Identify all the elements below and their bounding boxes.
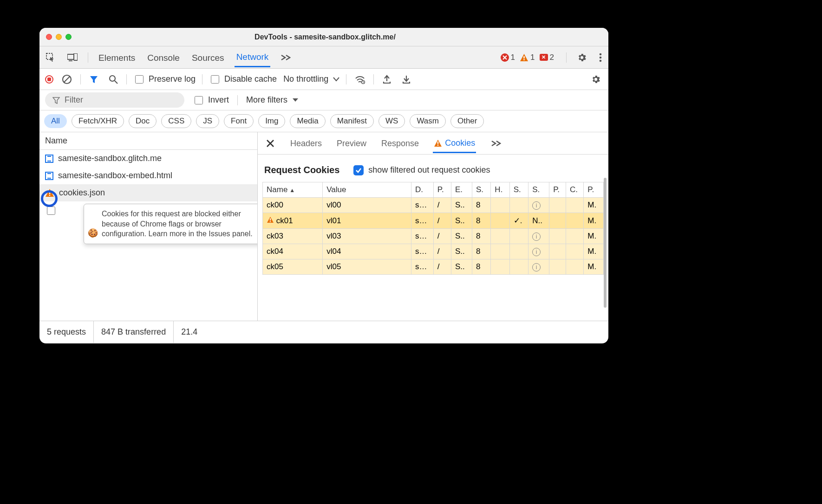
chip-ws[interactable]: WS xyxy=(378,114,405,128)
settings-icon[interactable] xyxy=(575,51,589,65)
export-har-icon[interactable] xyxy=(380,73,393,86)
invert-input[interactable] xyxy=(195,96,203,104)
svg-rect-5 xyxy=(523,56,524,58)
chip-other[interactable]: Other xyxy=(450,114,484,128)
inspect-element-icon[interactable] xyxy=(44,51,57,64)
table-row[interactable]: ck05vl05s…/S..8iM. xyxy=(263,259,604,275)
chip-img[interactable]: Img xyxy=(258,114,285,128)
preserve-log-checkbox[interactable]: Preserve log xyxy=(133,74,196,85)
cell-p3: M. xyxy=(584,198,604,213)
tab-console[interactable]: Console xyxy=(145,48,182,67)
more-tabs-icon[interactable] xyxy=(279,52,293,63)
request-list: samesite-sandbox.glitch.me samesite-sand… xyxy=(39,150,257,321)
issue-icon: ✕ xyxy=(540,54,548,61)
chip-fetch-xhr[interactable]: Fetch/XHR xyxy=(72,114,124,128)
svg-point-9 xyxy=(600,59,602,62)
clear-button[interactable] xyxy=(60,72,74,86)
chip-doc[interactable]: Doc xyxy=(129,114,157,128)
error-count[interactable]: 1 xyxy=(501,53,515,62)
svg-rect-6 xyxy=(523,59,524,60)
cell-s2: ✓. xyxy=(509,213,528,229)
minimize-window-button[interactable] xyxy=(56,34,62,40)
col-h[interactable]: H. xyxy=(491,182,509,198)
preserve-log-input[interactable] xyxy=(135,75,144,84)
record-button[interactable] xyxy=(45,75,53,84)
tab-cookies[interactable]: Cookies xyxy=(433,134,476,153)
network-settings-icon[interactable] xyxy=(589,72,603,86)
col-s2[interactable]: S. xyxy=(509,182,528,198)
close-detail-icon[interactable] xyxy=(264,137,276,149)
request-row[interactable]: samesite-sandbox.glitch.me xyxy=(39,150,257,167)
table-row[interactable]: ck03vl03s…/S..8iM. xyxy=(263,229,604,244)
tab-response[interactable]: Response xyxy=(380,134,420,152)
devtools-window: DevTools - samesite-sandbox.glitch.me/ E… xyxy=(39,28,608,343)
close-window-button[interactable] xyxy=(46,34,52,40)
import-har-icon[interactable] xyxy=(400,73,413,86)
col-s[interactable]: S. xyxy=(472,182,490,198)
issues-summary[interactable]: 1 1 ✕ 2 xyxy=(501,53,554,62)
chip-manifest[interactable]: Manifest xyxy=(330,114,374,128)
info-icon: i xyxy=(532,201,541,210)
window-title: DevTools - samesite-sandbox.glitch.me/ xyxy=(72,33,579,41)
chip-wasm[interactable]: Wasm xyxy=(410,114,446,128)
svg-point-7 xyxy=(600,53,602,55)
cell-p3: M. xyxy=(584,244,604,259)
separator xyxy=(88,52,88,63)
cell-s: 8 xyxy=(472,259,490,275)
separator xyxy=(566,52,567,63)
search-icon[interactable] xyxy=(107,73,120,86)
tab-network[interactable]: Network xyxy=(235,47,271,67)
tab-sources[interactable]: Sources xyxy=(190,48,226,67)
col-p2[interactable]: P. xyxy=(549,182,566,198)
request-checkbox[interactable] xyxy=(47,207,55,215)
tab-headers[interactable]: Headers xyxy=(289,134,323,152)
network-conditions-icon[interactable] xyxy=(353,73,367,86)
col-s3[interactable]: S. xyxy=(528,182,549,198)
request-row[interactable]: samesite-sandbox-embed.html xyxy=(39,167,257,184)
cell-c xyxy=(566,213,584,229)
col-e[interactable]: E. xyxy=(451,182,472,198)
col-d[interactable]: D. xyxy=(411,182,434,198)
cell-s2 xyxy=(509,229,528,244)
tab-preview[interactable]: Preview xyxy=(336,134,367,152)
tab-elements[interactable]: Elements xyxy=(97,48,137,67)
chevron-down-icon xyxy=(333,77,339,82)
throttling-dropdown[interactable]: No throttling xyxy=(283,74,339,84)
chip-css[interactable]: CSS xyxy=(161,114,191,128)
svg-rect-1 xyxy=(67,54,74,59)
col-p3[interactable]: P. xyxy=(584,182,604,198)
chip-js[interactable]: JS xyxy=(196,114,219,128)
col-p[interactable]: P. xyxy=(433,182,451,198)
device-toolbar-icon[interactable] xyxy=(65,52,79,64)
more-filters-dropdown[interactable]: More filters xyxy=(246,95,299,105)
column-header-name[interactable]: Name xyxy=(39,132,257,150)
more-detail-tabs-icon[interactable] xyxy=(489,138,503,149)
disable-cache-checkbox[interactable]: Disable cache xyxy=(209,74,277,85)
col-name[interactable]: Name▲ xyxy=(263,182,323,198)
request-row[interactable]: cookies.json xyxy=(39,184,257,201)
section-title: Request Cookies xyxy=(264,165,339,175)
scrollbar[interactable] xyxy=(604,178,607,308)
chip-all[interactable]: All xyxy=(44,114,67,128)
show-filtered-checkbox[interactable]: show filtered out request cookies xyxy=(353,165,490,175)
table-row[interactable]: ck01vl01s…/S..8✓.N..M. xyxy=(263,213,604,229)
cell-p2 xyxy=(549,229,566,244)
col-c[interactable]: C. xyxy=(566,182,584,198)
filter-input[interactable]: Filter xyxy=(45,92,184,108)
table-row[interactable]: ck04vl04s…/S..8iM. xyxy=(263,244,604,259)
col-value[interactable]: Value xyxy=(323,182,411,198)
maximize-window-button[interactable] xyxy=(65,34,72,40)
detail-tabs: Headers Preview Response Cookies xyxy=(258,132,608,155)
type-filter-chips: All Fetch/XHR Doc CSS JS Font Img Media … xyxy=(39,110,608,132)
invert-checkbox[interactable]: Invert xyxy=(193,95,229,106)
filter-toggle-icon[interactable] xyxy=(87,73,100,86)
table-row[interactable]: ck00vl00s…/S..8iM. xyxy=(263,198,604,213)
funnel-icon xyxy=(52,97,60,104)
disable-cache-input[interactable] xyxy=(211,75,219,84)
warning-count[interactable]: 1 xyxy=(520,53,535,62)
separator xyxy=(126,74,127,84)
chip-font[interactable]: Font xyxy=(224,114,254,128)
more-menu-icon[interactable] xyxy=(597,51,604,64)
issue-count[interactable]: ✕ 2 xyxy=(540,53,554,62)
chip-media[interactable]: Media xyxy=(290,114,325,128)
